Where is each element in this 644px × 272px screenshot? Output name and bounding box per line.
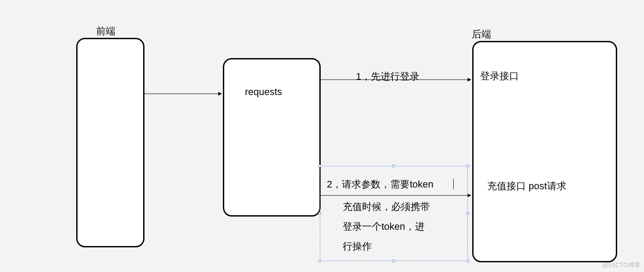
- watermark: @51CTO博客: [602, 261, 640, 269]
- arrow2-note-line1: 充值时候，必须携带: [343, 200, 430, 213]
- frontend-box: [76, 38, 144, 247]
- arrow2-label: 2，请求参数，需要token: [327, 178, 433, 191]
- requests-label: requests: [245, 86, 282, 98]
- backend-title: 后端: [472, 28, 491, 41]
- text-cursor: [453, 179, 454, 189]
- arrow2-note-line2: 登录一个token，进: [343, 220, 425, 233]
- arrow1-label: 1，先进行登录: [356, 70, 419, 83]
- backend-login-label: 登录接口: [480, 70, 519, 83]
- backend-recharge-label: 充值接口 post请求: [487, 180, 566, 193]
- arrow2-note-line3: 行操作: [343, 240, 372, 253]
- frontend-title: 前端: [96, 25, 115, 38]
- requests-box: [223, 58, 321, 217]
